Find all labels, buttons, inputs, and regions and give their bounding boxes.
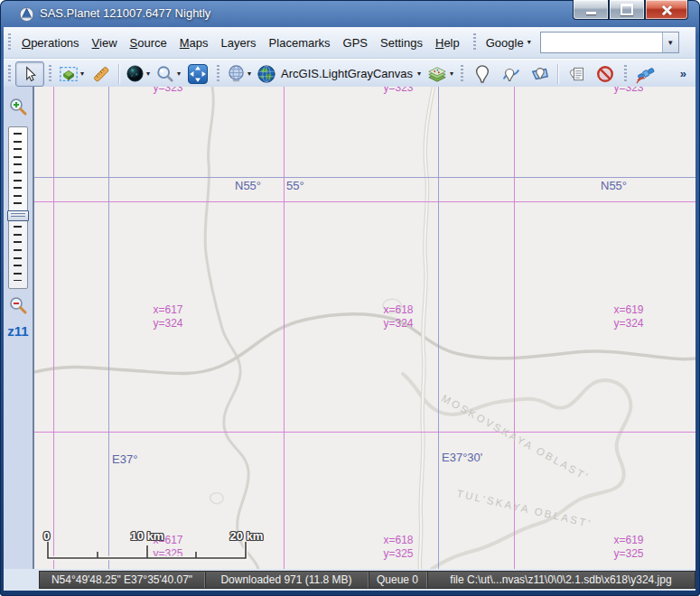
toolbar-grip[interactable] — [624, 65, 627, 83]
pan-cursor-button[interactable] — [15, 61, 44, 87]
maximize-button[interactable] — [609, 0, 645, 20]
gps-button[interactable] — [631, 61, 660, 87]
menu-placemarks[interactable]: Placemarks — [263, 33, 337, 53]
minimize-button[interactable] — [573, 0, 609, 20]
graticule-label: 55° — [286, 179, 304, 192]
add-placemark-button[interactable] — [468, 61, 497, 87]
menubar-grip[interactable] — [8, 33, 11, 51]
layers-button[interactable]: ▾ — [424, 61, 456, 87]
graticule-label: N55° — [601, 179, 627, 192]
toolbar-grip[interactable] — [461, 65, 463, 83]
tile-grid-line — [53, 87, 54, 569]
chevron-down-icon: ▾ — [527, 39, 531, 46]
toolbar: ▾ ▾ — [4, 59, 695, 88]
status-coordinates: N54°49'48.25" E37°35'40.07" — [40, 572, 205, 588]
tile-label: y=323 — [588, 87, 669, 95]
status-tile-file: file C:\ut\...nvas\z11\0\0\2.1.sdb\x618\… — [427, 572, 695, 588]
zoom-sidebar: z11 — [4, 87, 34, 591]
placemark-pin-icon — [473, 64, 491, 84]
toolbar-separator — [118, 64, 120, 84]
tile-grid-line — [34, 432, 695, 433]
zoom-out-button[interactable] — [7, 294, 29, 316]
night-globe-button[interactable]: ▾ — [123, 61, 153, 87]
menu-maps[interactable]: Maps — [173, 33, 215, 53]
close-button[interactable] — [645, 0, 688, 20]
block-icon — [595, 64, 615, 84]
menu-operations[interactable]: Operations — [15, 33, 86, 53]
dark-globe-icon — [126, 64, 145, 83]
arcgis-globe-icon — [257, 64, 276, 84]
zoom-slider-thumb[interactable] — [7, 210, 29, 221]
layers-icon — [426, 64, 448, 84]
menu-view[interactable]: View — [86, 33, 124, 53]
selection-manager-button[interactable]: ▾ — [56, 61, 87, 87]
fullscreen-icon — [187, 63, 209, 85]
chevron-down-icon: ▼ — [667, 39, 674, 47]
tile-label: x=618y=324 — [358, 303, 439, 331]
road-west — [205, 87, 258, 569]
tile-label: x=618y=325 — [358, 534, 439, 561]
cursor-icon — [21, 65, 39, 83]
toolbar-grip[interactable] — [217, 65, 219, 83]
search-combobox[interactable]: ▼ — [540, 32, 679, 53]
tile-label: x=617y=324 — [127, 303, 209, 331]
combo-dropdown-button[interactable]: ▼ — [662, 33, 678, 52]
scale-end: 20 km — [225, 529, 268, 543]
active-map-button[interactable]: ArcGIS.LightGrayCanvas ▾ — [254, 61, 424, 87]
tile-grid-line — [34, 201, 695, 202]
tile-grid-line — [514, 87, 515, 569]
status-queue: Queue 0 — [369, 572, 427, 588]
zoom-tool-button[interactable]: ▾ — [153, 61, 183, 87]
placemark-list-icon — [567, 65, 585, 83]
zoom-slider-ticks — [14, 133, 22, 281]
toolbar-grip[interactable] — [49, 65, 51, 83]
chevron-down-icon: ▾ — [417, 70, 421, 78]
add-polygon-button[interactable] — [526, 61, 555, 87]
tile-label: x=619y=324 — [588, 303, 669, 331]
zoom-in-button[interactable] — [7, 96, 29, 117]
menu-settings[interactable]: Settings — [374, 33, 429, 53]
search-input[interactable] — [541, 33, 662, 52]
gps-satellite-icon — [635, 64, 657, 84]
zoom-level-label: z11 — [4, 323, 33, 339]
placemark-manager-button[interactable] — [562, 61, 591, 87]
chevron-down-icon: ▾ — [450, 70, 453, 78]
maximize-icon — [621, 4, 633, 15]
menu-help[interactable]: Help — [429, 33, 466, 53]
client-area: OperationsViewSourceMapsLayersPlacemarks… — [4, 27, 695, 591]
graticule-label: N55° — [235, 179, 261, 192]
hide-marks-button[interactable] — [591, 61, 620, 87]
graticule-label: E37°30' — [442, 451, 482, 464]
settlement-outline — [210, 493, 224, 504]
bottom-bar: N54°49'48.25" E37°35'40.07" Downloaded 9… — [4, 569, 695, 591]
titlebar[interactable]: SAS.Planet 121007.6477 Nightly — [0, 0, 700, 27]
menu-source[interactable]: Source — [124, 33, 173, 53]
status-downloaded: Downloaded 971 (11.8 MB) — [205, 572, 369, 588]
chevron-down-icon: ▾ — [146, 70, 150, 78]
tile-label: y=323 — [127, 87, 209, 95]
menu-layers[interactable]: Layers — [215, 33, 263, 53]
toolbar-grip[interactable] — [8, 65, 11, 83]
graticule-line — [108, 87, 109, 569]
polygon-pin-icon — [530, 64, 550, 84]
selection-box-icon — [59, 64, 79, 84]
map-source-globe-button[interactable]: ▾ — [224, 61, 254, 87]
add-path-button[interactable] — [497, 61, 526, 87]
searchbar-grip[interactable] — [473, 33, 476, 51]
measure-distance-button[interactable] — [87, 61, 116, 87]
graticule-line — [34, 177, 695, 178]
google-search-menu[interactable]: Google ▾ — [481, 33, 537, 53]
magnifier-icon — [155, 64, 175, 84]
scale-bar: 0 10 km 20 km — [42, 529, 313, 565]
chevron-down-icon: ▾ — [247, 70, 251, 78]
google-label: Google — [486, 36, 524, 50]
fullscreen-button[interactable] — [183, 61, 212, 87]
globe-icon — [227, 64, 246, 83]
menubar: OperationsViewSourceMapsLayersPlacemarks… — [4, 27, 695, 59]
map-view[interactable]: y=323 y=323 y=323 x=617y=324 x=618y=324 … — [34, 87, 695, 569]
toolbar-overflow-chevron[interactable]: » — [680, 67, 686, 80]
app-icon — [19, 6, 34, 22]
zoom-slider[interactable] — [8, 126, 28, 289]
menu-gps[interactable]: GPS — [337, 33, 374, 53]
tile-grid-line — [284, 87, 285, 569]
